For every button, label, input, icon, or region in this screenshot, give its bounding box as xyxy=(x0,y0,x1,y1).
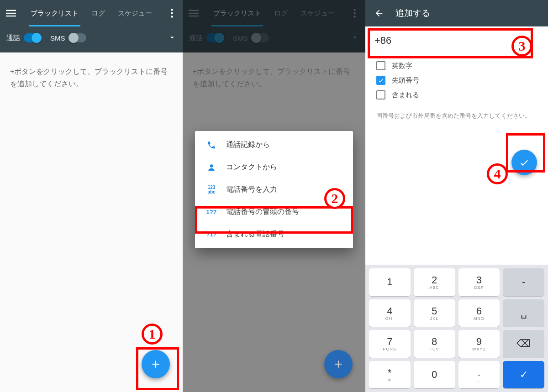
option-label: 電話番号を入力 xyxy=(226,185,277,194)
key-sub: PQRS xyxy=(383,347,397,351)
option-from-call-log[interactable]: 通話記録から xyxy=(195,134,353,156)
option-label: 電話番号の冒頭の番号 xyxy=(226,207,299,217)
key-1[interactable]: 1 xyxy=(369,268,411,296)
key-✓[interactable]: ✓ xyxy=(503,361,544,389)
key-main: - xyxy=(522,276,525,288)
numeric-keyboard: 12ABC3DEF-4GHI5JKL6MNO␣7PQRS8TUV9WXYZ⌫*#… xyxy=(365,265,548,392)
option-contains-row[interactable]: 含まれる xyxy=(365,88,548,102)
toggle-label-sms: SMS xyxy=(50,34,65,42)
key-sub: WXYZ xyxy=(472,347,486,351)
key-main: 7 xyxy=(387,336,392,348)
option-prefix-row[interactable]: 先頭番号 xyxy=(365,73,548,88)
empty-state-text: +ボタンをクリックして、ブラックリストに番号を追加してください。 xyxy=(0,52,183,103)
confirm-fab[interactable] xyxy=(511,150,537,175)
panel-1-blacklist-empty: ブラックリスト ログ スケジュー 通話 SMS +ボタンをクリックして、ブラック… xyxy=(0,0,183,392)
key-.[interactable]: ., xyxy=(458,361,500,389)
key-main: . xyxy=(478,367,480,379)
checkbox-label: 先頭番号 xyxy=(392,76,419,85)
contains-icon: ?1? xyxy=(205,231,218,238)
key-sub: TUV xyxy=(430,347,439,351)
key-main: 0 xyxy=(432,369,437,381)
checkbox-label: 英数字 xyxy=(392,62,412,70)
key-9[interactable]: 9WXYZ xyxy=(458,330,500,358)
key-sub: ABC xyxy=(429,285,439,290)
key-sub: MNO xyxy=(474,316,485,321)
person-icon xyxy=(205,163,218,172)
svg-rect-2 xyxy=(6,16,16,16)
key-main: 3 xyxy=(476,274,482,286)
key-2[interactable]: 2ABC xyxy=(414,268,455,296)
add-fab[interactable] xyxy=(142,350,170,378)
panel-2-add-menu: ブラックリスト ログ スケジュー 通話 SMS +ボタンをクリックして、ブラック… xyxy=(183,0,365,392)
key-6[interactable]: 6MNO xyxy=(458,299,500,327)
key-sub: JKL xyxy=(430,316,439,321)
key-sub: GHI xyxy=(385,316,394,321)
key-␣[interactable]: ␣ xyxy=(503,299,544,327)
panel-3-add-number: 追加する +86 英数字 先頭番号 含まれる 国番号および市外局番を含めた番号を… xyxy=(365,0,548,392)
option-alnum-row[interactable]: 英数字 xyxy=(365,58,548,73)
key-main: 5 xyxy=(432,305,437,317)
checkbox-prefix[interactable] xyxy=(376,76,385,85)
key-main: 1 xyxy=(387,276,392,288)
tab-blacklist[interactable]: ブラックリスト xyxy=(24,0,85,26)
key-main: 4 xyxy=(387,305,392,317)
key-main: 2 xyxy=(432,274,437,286)
key-main: 6 xyxy=(476,305,482,317)
hamburger-icon[interactable] xyxy=(4,6,18,21)
svg-point-5 xyxy=(171,16,173,17)
sms-toggle[interactable] xyxy=(69,33,86,42)
svg-rect-1 xyxy=(6,13,16,14)
tab-schedule[interactable]: スケジュー xyxy=(111,0,158,26)
option-prefix-number[interactable]: 1?? 電話番号の冒頭の番号 xyxy=(195,201,353,223)
toggle-label-call: 通話 xyxy=(6,34,20,42)
key-sub: , xyxy=(478,378,480,382)
option-contains-number[interactable]: ?1? 含まれる電話番号 xyxy=(195,223,353,246)
key-*[interactable]: *# xyxy=(369,361,411,389)
back-arrow-icon[interactable] xyxy=(371,5,387,21)
add-title: 追加する xyxy=(395,7,430,19)
input-hint: 国番号および市外局番を含めた番号を入力してください。 xyxy=(365,102,548,121)
key-7[interactable]: 7PQRS xyxy=(369,330,411,358)
key-sub: DEF xyxy=(474,285,484,290)
checkbox-alnum[interactable] xyxy=(376,61,385,70)
tab-label: スケジュー xyxy=(118,9,152,18)
phone-icon xyxy=(205,141,218,150)
key-0[interactable]: 0 xyxy=(414,361,455,389)
app-header: ブラックリスト ログ スケジュー 通話 SMS xyxy=(0,0,183,52)
key-8[interactable]: 8TUV xyxy=(414,330,455,358)
numbers-icon: 123 abc xyxy=(205,185,218,194)
option-label: 通話記録から xyxy=(226,140,270,150)
more-vertical-icon[interactable] xyxy=(164,0,179,26)
svg-point-3 xyxy=(171,9,173,10)
key-main: ⌫ xyxy=(516,338,531,350)
option-enter-number[interactable]: 123 abc 電話番号を入力 xyxy=(195,178,353,201)
option-from-contacts[interactable]: コンタクトから xyxy=(195,156,353,178)
key-main: 8 xyxy=(432,336,437,348)
key-main: * xyxy=(388,367,392,379)
svg-point-12 xyxy=(210,164,213,167)
add-body: +86 英数字 先頭番号 含まれる 国番号および市外局番を含めた番号を入力してく… xyxy=(365,26,548,265)
expand-icon[interactable] xyxy=(168,33,176,43)
call-toggle[interactable] xyxy=(24,33,41,42)
input-value: +86 xyxy=(374,35,391,47)
checkbox-contains[interactable] xyxy=(376,90,385,99)
key-4[interactable]: 4GHI xyxy=(369,299,411,327)
option-label: 含まれる電話番号 xyxy=(226,230,285,239)
key--[interactable]: - xyxy=(503,268,544,296)
checkbox-label: 含まれる xyxy=(392,91,419,99)
add-fab[interactable] xyxy=(324,350,353,378)
option-label: コンタクトから xyxy=(226,162,277,172)
key-main: ␣ xyxy=(521,307,527,319)
add-header: 追加する xyxy=(365,0,548,26)
key-3[interactable]: 3DEF xyxy=(458,268,500,296)
tab-log[interactable]: ログ xyxy=(85,0,111,26)
key-main: 9 xyxy=(476,336,482,348)
prefix-icon: 1?? xyxy=(205,209,218,215)
add-options-sheet: 通話記録から コンタクトから 123 abc 電話番号を入力 1?? 電話番号の… xyxy=(195,131,353,248)
tab-label: ブラックリスト xyxy=(31,9,79,18)
key-sub: # xyxy=(388,378,391,382)
key-5[interactable]: 5JKL xyxy=(414,299,455,327)
number-input[interactable]: +86 xyxy=(365,26,548,55)
svg-point-4 xyxy=(171,12,173,14)
key-⌫[interactable]: ⌫ xyxy=(503,330,544,358)
